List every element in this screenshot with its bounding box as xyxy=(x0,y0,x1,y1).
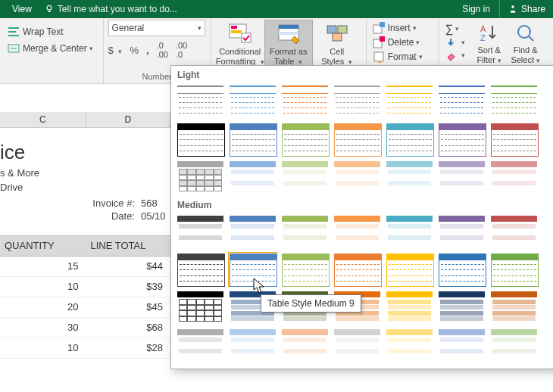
table-style-swatch[interactable] xyxy=(176,252,225,287)
table-style-swatch[interactable] xyxy=(333,160,382,194)
table-style-swatch[interactable] xyxy=(385,160,434,194)
table-style-swatch[interactable] xyxy=(280,252,330,287)
table-style-swatch[interactable] xyxy=(228,160,277,194)
cell-styles-icon xyxy=(325,23,349,45)
sort-filter-button[interactable]: AZ Sort & Filter▾ xyxy=(471,20,508,66)
clear-button[interactable]: ▾ xyxy=(444,49,467,61)
table-style-swatch[interactable] xyxy=(437,290,486,325)
sign-in-link[interactable]: Sign in xyxy=(453,4,499,14)
cell-total[interactable]: $45 xyxy=(86,297,170,317)
cell-qty[interactable]: 10 xyxy=(0,277,86,297)
header-quantity[interactable]: QUANTITY xyxy=(0,236,86,256)
table-style-swatch[interactable] xyxy=(280,214,330,249)
table-style-swatch[interactable] xyxy=(385,328,434,362)
table-style-swatch[interactable] xyxy=(333,84,382,119)
format-as-table-button[interactable]: Format as Table ▾ xyxy=(264,20,313,68)
currency-button[interactable]: $ ▾ xyxy=(108,45,123,56)
sort-icon: AZ xyxy=(479,23,500,44)
table-row[interactable]: 20$45 xyxy=(0,297,170,318)
tab-view[interactable]: View xyxy=(5,0,39,18)
cell-total[interactable]: $68 xyxy=(86,318,170,338)
fill-button[interactable]: ▾ xyxy=(444,36,467,48)
table-style-swatch[interactable] xyxy=(228,84,277,119)
table-style-gallery[interactable]: Light Medium Table Style Medium 9 xyxy=(170,65,553,369)
table-style-swatch[interactable] xyxy=(228,252,277,287)
svg-rect-2 xyxy=(8,27,19,29)
table-row[interactable]: 10$39 xyxy=(0,277,170,297)
table-style-swatch[interactable] xyxy=(333,252,382,287)
increase-decimal-button[interactable]: .0.00 xyxy=(157,41,168,59)
table-style-swatch[interactable] xyxy=(176,122,225,157)
insert-button[interactable]: Insert▾ xyxy=(371,21,424,35)
table-style-swatch[interactable] xyxy=(228,328,277,362)
table-style-swatch[interactable] xyxy=(437,122,486,157)
table-style-swatch[interactable] xyxy=(280,122,330,157)
col-c[interactable]: C xyxy=(0,112,86,127)
table-style-swatch[interactable] xyxy=(333,214,382,249)
header-line-total[interactable]: LINE TOTAL xyxy=(86,236,170,256)
table-style-swatch[interactable] xyxy=(489,84,539,119)
table-style-swatch[interactable] xyxy=(176,84,225,119)
delete-button[interactable]: Delete▾ xyxy=(371,36,424,49)
cell-total[interactable]: $28 xyxy=(86,338,170,358)
col-d[interactable]: D xyxy=(86,112,171,127)
share-button[interactable]: Share xyxy=(499,0,553,18)
cell-qty[interactable]: 10 xyxy=(0,338,86,358)
table-style-swatch[interactable] xyxy=(437,160,486,194)
table-style-swatch[interactable] xyxy=(489,160,539,194)
table-style-swatch[interactable] xyxy=(437,252,486,287)
table-row[interactable]: 10$28 xyxy=(0,338,170,359)
percent-button[interactable]: % xyxy=(130,45,139,56)
autosum-button[interactable]: ∑▾ xyxy=(444,21,467,36)
table-style-swatch[interactable] xyxy=(385,290,434,325)
cell-qty[interactable]: 15 xyxy=(0,257,86,276)
cell-styles-label: Cell Styles xyxy=(321,47,344,66)
cell-qty[interactable]: 20 xyxy=(0,297,86,317)
svg-rect-11 xyxy=(279,25,298,29)
table-style-swatch[interactable] xyxy=(385,122,434,157)
table-style-swatch[interactable] xyxy=(437,84,486,119)
table-style-swatch[interactable] xyxy=(176,290,225,325)
table-style-swatch[interactable] xyxy=(489,290,539,325)
table-row[interactable]: 15$44 xyxy=(0,257,170,277)
cell-total[interactable]: $44 xyxy=(86,257,170,276)
cell-total[interactable]: $39 xyxy=(86,277,170,297)
merge-dropdown-icon[interactable]: ▾ xyxy=(89,45,93,52)
svg-point-23 xyxy=(518,26,530,38)
table-style-swatch[interactable] xyxy=(176,328,225,362)
table-style-swatch[interactable] xyxy=(280,84,330,119)
table-style-swatch[interactable] xyxy=(489,252,539,287)
wrap-text-button[interactable]: Wrap Text xyxy=(5,24,96,39)
table-style-swatch[interactable] xyxy=(280,328,330,362)
insert-label: Insert xyxy=(388,23,411,33)
table-style-swatch[interactable] xyxy=(280,160,330,194)
table-style-swatch[interactable] xyxy=(228,122,277,157)
format-button[interactable]: Format▾ xyxy=(371,50,424,64)
table-style-swatch[interactable] xyxy=(176,160,225,194)
table-style-swatch[interactable] xyxy=(437,214,486,249)
worksheet[interactable]: ice s & More Drive Invoice #:568 Date:05… xyxy=(0,127,170,359)
decrease-decimal-button[interactable]: .00.0 xyxy=(176,41,187,59)
table-style-swatch[interactable] xyxy=(437,328,486,362)
merge-center-button[interactable]: Merge & Center▾ xyxy=(5,41,96,56)
group-alignment-label xyxy=(5,71,98,83)
comma-button[interactable]: , xyxy=(146,45,149,56)
table-style-swatch[interactable] xyxy=(489,122,539,157)
table-style-swatch[interactable] xyxy=(333,122,382,157)
table-style-swatch[interactable] xyxy=(489,214,539,249)
table-style-swatch[interactable] xyxy=(228,214,277,249)
cell-styles-button[interactable]: Cell Styles ▾ xyxy=(313,20,361,67)
cell-qty[interactable]: 30 xyxy=(0,318,86,338)
find-select-button[interactable]: Find & Select▾ xyxy=(508,20,544,66)
table-style-swatch[interactable] xyxy=(333,328,382,362)
table-style-swatch[interactable] xyxy=(176,214,225,249)
table-style-swatch[interactable] xyxy=(489,328,539,362)
table-style-swatch[interactable] xyxy=(385,252,434,287)
table-row[interactable]: 30$68 xyxy=(0,318,170,338)
style-tooltip: Table Style Medium 9 xyxy=(261,294,361,313)
number-format-combo[interactable]: General ▾ xyxy=(108,20,205,36)
table-style-swatch[interactable] xyxy=(385,84,434,119)
table-style-swatch[interactable] xyxy=(385,214,434,249)
conditional-formatting-button[interactable]: Conditional Formatting ▾ xyxy=(216,20,264,67)
tell-me-search[interactable]: Tell me what you want to do... xyxy=(39,4,177,14)
